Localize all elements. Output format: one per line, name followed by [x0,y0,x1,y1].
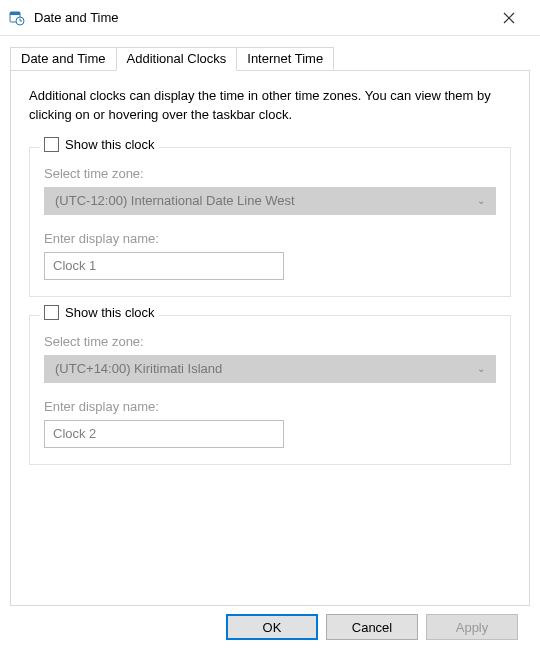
clock2-tz-label: Select time zone: [44,334,496,349]
clock2-show-label: Show this clock [65,305,155,320]
clock2-tz-value: (UTC+14:00) Kiritimati Island [55,361,222,376]
tab-internet-time[interactable]: Internet Time [236,47,334,71]
tab-additional-clocks[interactable]: Additional Clocks [116,47,238,71]
svg-rect-1 [10,12,20,15]
clock2-show-legend: Show this clock [40,305,159,320]
clock2-name-value: Clock 2 [53,426,96,441]
ok-button[interactable]: OK [226,614,318,640]
clock1-name-value: Clock 1 [53,258,96,273]
clock1-tz-label: Select time zone: [44,166,496,181]
clock1-tz-value: (UTC-12:00) International Date Line West [55,193,295,208]
close-button[interactable] [486,2,532,34]
tab-panel-additional-clocks: Additional clocks can display the time i… [10,70,530,606]
clock1-timezone-select[interactable]: (UTC-12:00) International Date Line West… [44,187,496,215]
clock1-show-checkbox[interactable] [44,137,59,152]
chevron-down-icon: ⌄ [477,363,485,374]
clock2-group: Show this clock Select time zone: (UTC+1… [29,315,511,465]
apply-button[interactable]: Apply [426,614,518,640]
titlebar: Date and Time [0,0,540,36]
dialog-button-row: OK Cancel Apply [10,606,530,640]
clock2-display-name-input[interactable]: Clock 2 [44,420,284,448]
dialog-client: Date and Time Additional Clocks Internet… [0,36,540,648]
tab-date-and-time[interactable]: Date and Time [10,47,117,71]
clock2-show-checkbox[interactable] [44,305,59,320]
clock1-show-legend: Show this clock [40,137,159,152]
tabstrip: Date and Time Additional Clocks Internet… [10,46,530,70]
clock1-display-name-input[interactable]: Clock 1 [44,252,284,280]
date-time-icon [8,9,26,27]
clock1-show-label: Show this clock [65,137,155,152]
window-title: Date and Time [34,10,486,25]
clock1-name-label: Enter display name: [44,231,496,246]
cancel-button[interactable]: Cancel [326,614,418,640]
clock2-name-label: Enter display name: [44,399,496,414]
clock1-group: Show this clock Select time zone: (UTC-1… [29,147,511,297]
clock2-timezone-select[interactable]: (UTC+14:00) Kiritimati Island ⌄ [44,355,496,383]
chevron-down-icon: ⌄ [477,195,485,206]
panel-description: Additional clocks can display the time i… [29,87,511,125]
